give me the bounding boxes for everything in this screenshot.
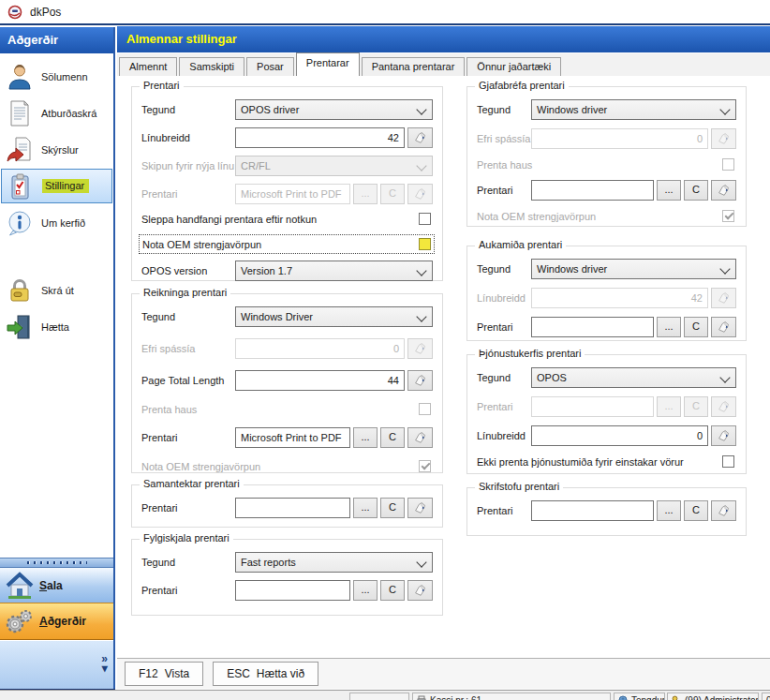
clear-button[interactable]: C	[380, 427, 405, 448]
tab-prentarar[interactable]: Prentarar	[296, 52, 360, 76]
field-label: Page Total Length	[141, 375, 235, 386]
print-test-button[interactable]	[407, 127, 433, 148]
clear-button[interactable]: C	[684, 500, 708, 521]
page-total-length-input[interactable]: 44	[235, 370, 405, 391]
print-test-button	[407, 184, 433, 204]
person-icon	[5, 62, 35, 92]
print-test-button[interactable]	[407, 427, 433, 448]
print-test-button[interactable]	[407, 580, 433, 601]
status-bar: Kassi nr.: 61 Tengdur (99) Administrator…	[0, 690, 770, 700]
group-samantektar-prentari: Samantektar prentari Prentari ... C	[131, 484, 443, 528]
browse-button: ...	[657, 396, 681, 417]
browse-button[interactable]: ...	[657, 180, 681, 201]
ekki-prenta-checkbox[interactable]	[722, 455, 734, 468]
tegund-select[interactable]: Fast reports	[235, 552, 433, 573]
collapse-chevron-button[interactable]: » ▾	[101, 654, 108, 673]
save-button[interactable]: F12 Vista	[125, 662, 203, 686]
tegund-select[interactable]: Windows driver	[531, 99, 736, 120]
info-icon	[5, 208, 35, 238]
sidebar-item-skyrslur[interactable]: Skýrslur	[0, 131, 113, 168]
tegund-select[interactable]: OPOS	[531, 367, 736, 388]
cancel-button[interactable]: ESC Hætta við	[213, 662, 318, 686]
browse-button[interactable]: ...	[657, 317, 681, 337]
field-label: Prenta haus	[477, 159, 722, 171]
clear-button[interactable]: C	[684, 317, 708, 337]
field-row: Tegund Windows driver	[477, 259, 736, 279]
field-label: Prentari	[141, 432, 235, 443]
tab-strip: Almennt Samskipti Posar Prentarar Pantan…	[117, 53, 770, 76]
clear-button[interactable]: C	[380, 580, 405, 601]
field-label: Nota OEM strengjavörpun	[141, 461, 419, 472]
printer-input[interactable]	[235, 580, 350, 601]
print-test-button[interactable]	[711, 425, 736, 446]
group-title: Þjónustukerfis prentari	[475, 348, 585, 359]
tegund-select[interactable]: OPOS driver	[235, 99, 433, 120]
browse-button[interactable]: ...	[353, 580, 378, 601]
cancel-key: ESC	[227, 667, 250, 680]
tab-pantana-prentarar[interactable]: Pantana prentarar	[362, 57, 466, 76]
printer-input[interactable]	[531, 317, 654, 337]
print-test-button[interactable]	[711, 317, 736, 337]
field-row: Prentari ... C	[477, 317, 736, 337]
field-label: Prentari	[477, 185, 531, 196]
print-test-button[interactable]	[711, 180, 736, 201]
sidebar-item-stillingar[interactable]: Stillingar	[1, 169, 112, 203]
sidebar-item-label-highlighted: Stillingar	[42, 179, 89, 193]
printer-input: Microsoft Print to PDF	[235, 184, 350, 204]
linubreidd-input[interactable]: 42	[235, 127, 405, 148]
nota-oem-checkbox[interactable]	[419, 238, 431, 250]
field-row: OPOS version Version 1.7	[141, 261, 433, 281]
nav-button-sala[interactable]: Sala	[0, 567, 113, 603]
tab-almennt[interactable]: Almennt	[119, 57, 177, 76]
tegund-select[interactable]: Windows driver	[531, 259, 736, 279]
nav-button-adgerdir[interactable]: Aðgerðir	[0, 603, 113, 640]
clear-button[interactable]: C	[684, 180, 708, 201]
clear-button[interactable]: C	[380, 498, 405, 518]
opos-version-select[interactable]: Version 1.7	[235, 261, 433, 281]
status-text: Tengdur	[631, 695, 665, 700]
sleppa-handfangi-checkbox[interactable]	[419, 213, 431, 225]
print-test-button[interactable]	[711, 500, 736, 521]
sidebar-item-atburdaskra[interactable]: Atburðaskrá	[0, 95, 113, 131]
hand-icon	[414, 130, 426, 145]
printer-input[interactable]	[531, 500, 654, 521]
group-reikninga-prentari: Reikninga prentari Tegund Windows Driver…	[131, 293, 443, 473]
print-test-button[interactable]	[407, 370, 433, 391]
sidebar-item-haetta[interactable]: Hætta	[0, 308, 113, 345]
hand-icon	[414, 430, 426, 445]
checkbox-row: Prenta haus	[141, 402, 431, 416]
group-aukamida-prentari: Aukamiða prentari Tegund Windows driver …	[466, 246, 747, 341]
hand-icon	[718, 290, 730, 305]
browse-button[interactable]: ...	[353, 498, 378, 518]
status-text: Kassi nr.: 61	[430, 695, 481, 700]
sidebar-item-skra-ut[interactable]: Skrá út	[0, 272, 113, 308]
sidebar-item-um-kerfid[interactable]: Um kerfið	[0, 204, 113, 241]
caret-down-icon: ▾	[101, 663, 108, 673]
tab-samskipti[interactable]: Samskipti	[179, 57, 244, 76]
printer-input	[531, 396, 654, 417]
field-label: Línubreidd	[477, 430, 531, 441]
tab-posar[interactable]: Posar	[246, 57, 294, 76]
field-label: Ekki prenta þjónustumiða fyrir einstakar…	[477, 456, 722, 468]
field-row: Prentari ... C	[141, 580, 433, 601]
hand-icon	[718, 183, 730, 198]
printer-input[interactable]	[235, 498, 350, 518]
field-row: Prentari Microsoft Print to PDF ... C	[141, 427, 433, 448]
printer-input[interactable]: Microsoft Print to PDF	[235, 427, 350, 448]
group-title: Reikninga prentari	[140, 287, 230, 298]
chevron-down-icon	[719, 263, 730, 274]
printer-input[interactable]	[531, 180, 654, 201]
nav-label: Aðgerðir	[39, 615, 86, 628]
hand-icon	[718, 131, 730, 146]
sidebar-item-solumenn[interactable]: Sölumenn	[0, 58, 113, 95]
selected-value: Version 1.7	[241, 265, 292, 276]
print-test-button[interactable]	[407, 498, 433, 518]
tab-onnur-jadartaeki[interactable]: Önnur jaðartæki	[466, 57, 561, 76]
house-icon	[5, 571, 35, 601]
browse-button[interactable]: ...	[657, 500, 681, 521]
linubreidd-input[interactable]: 0	[531, 425, 708, 446]
tegund-select[interactable]: Windows Driver	[235, 306, 433, 327]
browse-button[interactable]: ...	[353, 427, 378, 448]
sidebar-item-label: Hætta	[41, 321, 69, 333]
field-row: Prentari ... C	[141, 498, 433, 518]
